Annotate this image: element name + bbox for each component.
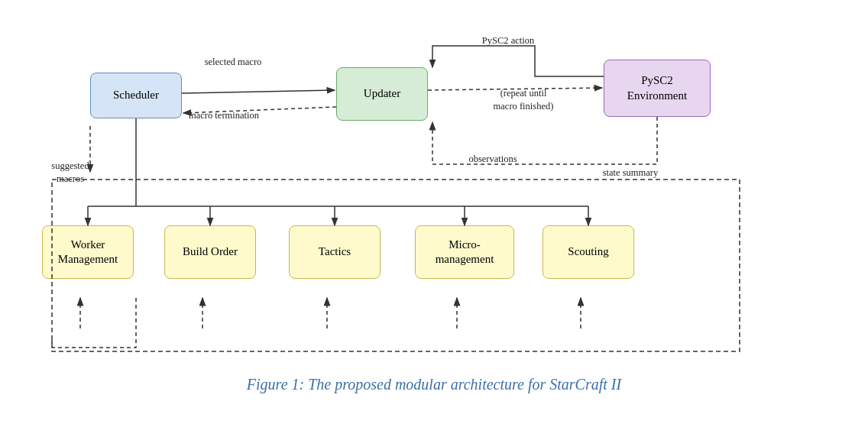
label-observations: observations [443,153,542,165]
svg-rect-3 [52,180,740,351]
label-macro-termination: macro termination [167,109,281,121]
svg-line-0 [182,90,335,93]
label-suggested-macros: suggested macros [40,147,101,185]
arrows-svg [0,0,868,367]
figure-caption: Figure 1: The proposed modular architect… [0,367,868,393]
micro-box: Micro- management [415,225,514,279]
label-pysc2-action: PySC2 action [458,34,558,47]
label-state-summary: state summary [581,167,680,179]
diagram: Scheduler Updater PySC2 Environment Work… [0,0,868,367]
updater-box: Updater [336,67,428,121]
label-repeat-until: (repeat until macro finished) [466,75,581,112]
buildorder-box: Build Order [164,225,256,279]
scouting-box: Scouting [542,225,634,279]
tactics-box: Tactics [289,225,381,279]
pysc2-box: PySC2 Environment [604,60,711,117]
worker-box: Worker Management [42,225,134,279]
label-selected-macro: selected macro [183,56,283,68]
